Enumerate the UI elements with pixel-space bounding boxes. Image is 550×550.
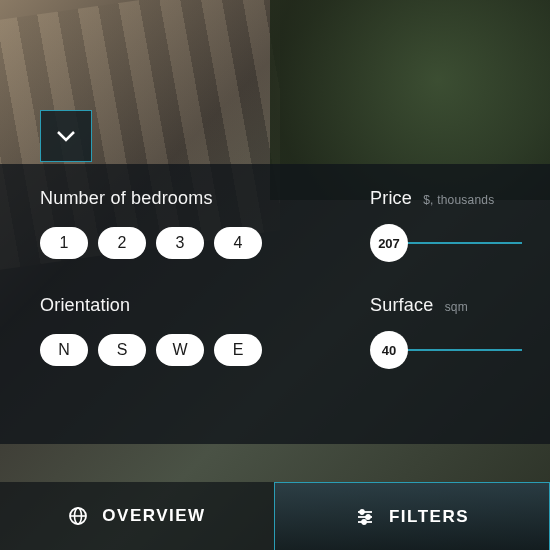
orientation-option-w[interactable]: W <box>156 334 204 366</box>
surface-slider[interactable]: 40 <box>370 334 522 366</box>
price-slider-thumb[interactable]: 207 <box>370 224 408 262</box>
svg-point-6 <box>366 515 370 519</box>
tab-overview[interactable]: OVERVIEW <box>0 482 274 550</box>
bedrooms-options: 1 2 3 4 <box>40 227 320 259</box>
surface-slider-thumb[interactable]: 40 <box>370 331 408 369</box>
bedroom-option-3[interactable]: 3 <box>156 227 204 259</box>
chevron-down-icon <box>56 130 76 142</box>
globe-icon <box>68 506 88 526</box>
price-label: Price $, thousands <box>370 188 522 209</box>
orientation-label: Orientation <box>40 295 320 316</box>
bedroom-option-2[interactable]: 2 <box>98 227 146 259</box>
price-label-text: Price <box>370 188 412 208</box>
orientation-option-n[interactable]: N <box>40 334 88 366</box>
tab-overview-label: OVERVIEW <box>102 506 205 526</box>
filters-panel: Number of bedrooms 1 2 3 4 Price $, thou… <box>0 164 550 444</box>
collapse-panel-button[interactable] <box>40 110 92 162</box>
price-slider[interactable]: 207 <box>370 227 522 259</box>
tab-filters[interactable]: FILTERS <box>274 482 550 550</box>
surface-unit: sqm <box>445 300 468 314</box>
svg-point-8 <box>362 520 366 524</box>
orientation-option-s[interactable]: S <box>98 334 146 366</box>
bedroom-option-1[interactable]: 1 <box>40 227 88 259</box>
bedrooms-label: Number of bedrooms <box>40 188 320 209</box>
sliders-icon <box>355 507 375 527</box>
surface-label-text: Surface <box>370 295 433 315</box>
bedroom-option-4[interactable]: 4 <box>214 227 262 259</box>
orientation-option-e[interactable]: E <box>214 334 262 366</box>
tab-filters-label: FILTERS <box>389 507 469 527</box>
svg-point-4 <box>360 510 364 514</box>
orientation-options: N S W E <box>40 334 320 366</box>
price-unit: $, thousands <box>423 193 494 207</box>
surface-label: Surface sqm <box>370 295 522 316</box>
tab-bar: OVERVIEW FILTERS <box>0 482 550 550</box>
